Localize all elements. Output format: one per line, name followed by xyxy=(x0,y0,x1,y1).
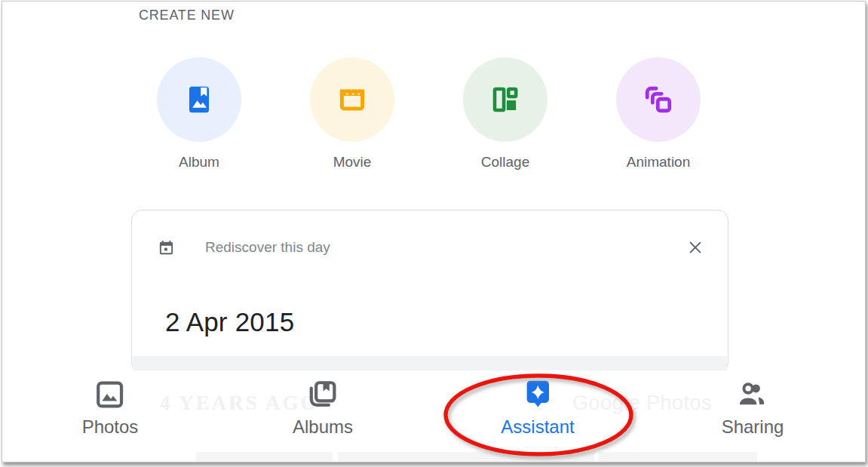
collage-circle xyxy=(463,57,547,142)
close-icon[interactable] xyxy=(686,238,705,257)
collage-icon xyxy=(488,82,523,117)
tab-assistant[interactable]: Assistant xyxy=(501,378,574,438)
assistant-icon xyxy=(521,378,554,411)
create-new-heading: CREATE NEW xyxy=(139,8,235,23)
movie-icon xyxy=(335,82,370,117)
card-photo-preview xyxy=(133,356,727,372)
movie-label: Movie xyxy=(333,154,372,171)
background-photo-thumbnail xyxy=(338,452,594,462)
rediscover-card-title: Rediscover this day xyxy=(205,239,330,256)
movie-circle xyxy=(310,57,394,142)
tab-albums[interactable]: Albums xyxy=(293,378,353,438)
create-collage-button[interactable]: Collage xyxy=(463,57,547,171)
album-icon xyxy=(182,82,216,117)
animation-icon xyxy=(641,82,676,117)
background-photo-thumbnail xyxy=(196,452,333,462)
calendar-icon xyxy=(158,239,175,257)
tab-photos-label: Photos xyxy=(82,416,139,438)
background-photo-thumbnail xyxy=(599,452,757,462)
tab-assistant-label: Assistant xyxy=(501,416,574,438)
tab-photos[interactable]: Photos xyxy=(82,378,139,438)
rediscover-card-header: Rediscover this day xyxy=(158,238,705,257)
rediscover-card[interactable]: Rediscover this day 2 Apr 2015 xyxy=(131,210,728,373)
tab-albums-label: Albums xyxy=(293,416,353,438)
sharing-icon xyxy=(736,378,769,411)
screenshot-frame: CREATE NEW Album Movie xyxy=(2,1,866,462)
animation-circle xyxy=(616,57,701,142)
animation-label: Animation xyxy=(627,154,691,171)
create-movie-button[interactable]: Movie xyxy=(310,57,394,171)
collage-label: Collage xyxy=(481,154,529,171)
background-text-google-photos: Google Photos xyxy=(572,392,712,415)
rediscover-card-date: 2 Apr 2015 xyxy=(165,307,294,337)
albums-icon xyxy=(306,378,339,411)
create-album-button[interactable]: Album xyxy=(157,57,241,171)
tab-sharing-label: Sharing xyxy=(722,416,784,438)
tab-sharing[interactable]: Sharing xyxy=(722,378,784,438)
album-circle xyxy=(157,57,241,142)
photos-icon xyxy=(94,378,127,411)
bottom-navigation-bar: 4 YEARS AGO Google Photos Photos Albums xyxy=(2,370,865,462)
create-animation-button[interactable]: Animation xyxy=(616,57,701,171)
album-label: Album xyxy=(179,154,219,171)
create-new-row: Album Movie Collage xyxy=(157,57,701,171)
